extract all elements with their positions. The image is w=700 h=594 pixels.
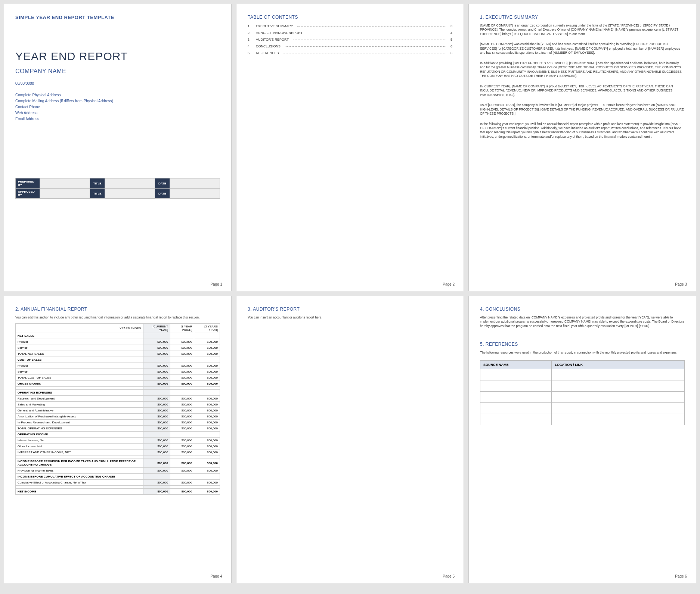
approved-title-value[interactable] <box>105 189 155 199</box>
approved-by-value[interactable] <box>40 189 90 199</box>
address-mailing: Complete Mailing Address (if differs fro… <box>15 98 220 104</box>
page-number: Page 3 <box>675 282 687 286</box>
title-label-2: TITLE <box>90 189 105 199</box>
exec-para-4: In [CURRENT YEAR], [NAME OF COMPANY] is … <box>480 84 685 97</box>
toc-item: REFERENCES6 <box>248 51 452 55</box>
prepared-title-value[interactable] <box>105 178 155 189</box>
references-heading: 5. REFERENCES <box>480 342 685 347</box>
address-physical: Complete Physical Address <box>15 92 220 98</box>
email-address: Email Address <box>15 116 220 122</box>
page-number: Page 2 <box>443 282 455 286</box>
auditor-heading: 3. AUDITOR'S REPORT <box>248 307 452 312</box>
prepared-by-label: PREPARED BY <box>16 178 40 189</box>
financial-note: You can edit this section to include any… <box>15 315 220 320</box>
title-label-1: TITLE <box>90 178 105 189</box>
col-1yr-prior: [1 YEAR PRIOR] <box>170 324 194 333</box>
financial-heading: 2. ANNUAL FINANCIAL REPORT <box>15 307 220 312</box>
report-date: 00/00/0000 <box>15 81 220 85</box>
page-2: TABLE OF CONTENTS EXECUTIVE SUMMARY3 ANN… <box>236 4 464 291</box>
approved-by-label: APPROVED BY <box>16 189 40 199</box>
page-1: SIMPLE YEAR END REPORT TEMPLATE YEAR END… <box>4 4 232 291</box>
exec-para-5: As of [CURRENT YEAR], the company is inv… <box>480 103 685 116</box>
company-name: COMPANY NAME <box>15 68 220 75</box>
references-text: The following resources were used in the… <box>480 351 685 355</box>
exec-para-2: [NAME OF COMPANY] was established in [YE… <box>480 42 685 55</box>
exec-para-1: [NAME OF COMPANY] is an organized corpor… <box>480 24 685 36</box>
ref-row[interactable] <box>480 380 685 391</box>
exec-para-3: In addition to providing [SPECIFY PRODUC… <box>480 61 685 78</box>
toc-list: EXECUTIVE SUMMARY3 ANNUAL FINANCIAL REPO… <box>248 24 452 58</box>
ref-row[interactable] <box>480 402 685 414</box>
exec-summary-heading: 1. EXECUTIVE SUMMARY <box>480 15 685 20</box>
exec-para-6: In the following year end report, you wi… <box>480 122 685 139</box>
conclusions-text: After presenting the related data on [CO… <box>480 315 685 328</box>
col-2yr-prior: [2 YEARS PRIOR] <box>194 324 220 333</box>
col-years-ended: YEARS ENDED <box>16 324 143 333</box>
date-label-1: DATE <box>155 178 170 189</box>
approved-date-value[interactable] <box>170 189 220 199</box>
toc-item: ANNUAL FINANCIAL REPORT4 <box>248 31 452 35</box>
web-address: Web Address <box>15 110 220 116</box>
template-title: SIMPLE YEAR END REPORT TEMPLATE <box>15 15 220 20</box>
ref-row[interactable] <box>480 369 685 380</box>
ref-row[interactable] <box>480 391 685 402</box>
references-table: SOURCE NAME LOCATION / LINK <box>480 360 685 425</box>
auditor-note: You can insert an accountant or auditor'… <box>248 315 452 320</box>
page-6: 4. CONCLUSIONS After presenting the rela… <box>468 296 696 583</box>
date-label-2: DATE <box>155 189 170 199</box>
signature-table: PREPARED BY TITLE DATE APPROVED BY TITLE… <box>15 178 220 199</box>
toc-item: AUDITOR'S REPORT5 <box>248 38 452 41</box>
page-3: 1. EXECUTIVE SUMMARY [NAME OF COMPANY] i… <box>468 4 696 291</box>
contact-phone: Contact Phone <box>15 104 220 110</box>
toc-heading: TABLE OF CONTENTS <box>248 15 452 20</box>
ref-col-source: SOURCE NAME <box>480 360 552 369</box>
col-current-year: [CURRENT YEAR] <box>143 324 170 333</box>
page-number: Page 4 <box>210 574 222 578</box>
ref-row[interactable] <box>480 414 685 425</box>
prepared-date-value[interactable] <box>170 178 220 189</box>
report-title: YEAR END REPORT <box>15 50 220 63</box>
toc-item: CONCLUSIONS6 <box>248 44 452 48</box>
page-4: 2. ANNUAL FINANCIAL REPORT You can edit … <box>4 296 232 583</box>
page-5: 3. AUDITOR'S REPORT You can insert an ac… <box>236 296 464 583</box>
toc-item: EXECUTIVE SUMMARY3 <box>248 24 452 28</box>
financial-table: YEARS ENDED [CURRENT YEAR] [1 YEAR PRIOR… <box>15 323 220 495</box>
prepared-by-value[interactable] <box>40 178 90 189</box>
page-number: Page 6 <box>675 574 687 578</box>
address-block: Complete Physical Address Complete Maili… <box>15 92 220 122</box>
page-number: Page 1 <box>210 282 222 286</box>
page-number: Page 5 <box>443 574 455 578</box>
conclusions-heading: 4. CONCLUSIONS <box>480 307 685 312</box>
ref-col-location: LOCATION / LINK <box>552 360 685 369</box>
